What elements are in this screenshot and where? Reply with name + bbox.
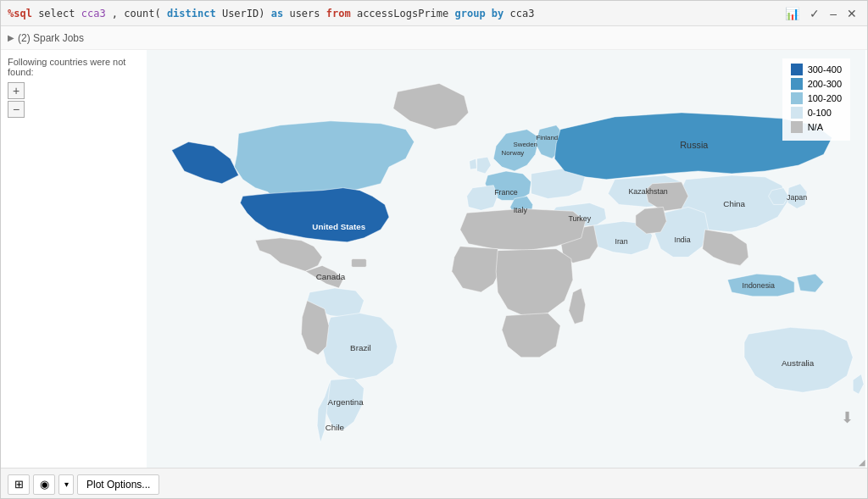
legend-label-100-200: 100-200 — [808, 93, 842, 103]
spark-jobs-toggle[interactable]: ▶ — [8, 33, 14, 42]
legend-label-300-400: 300-400 — [808, 64, 842, 75]
turkey-label: Turkey — [568, 214, 591, 223]
left-panel: Following countries were not found: + − — [1, 50, 145, 468]
sweden-label: Sweden — [513, 141, 537, 148]
italy-label: Italy — [514, 206, 528, 214]
norway-label: Norway — [502, 149, 525, 157]
kazakhstan-label: Kazakhstan — [628, 187, 667, 196]
keyword-distinct: distinct — [167, 8, 216, 19]
table-view-button[interactable]: ⊞ — [8, 474, 30, 495]
legend-item-300-400: 300-400 — [791, 64, 842, 75]
chart-icon[interactable]: 📊 — [782, 5, 803, 22]
bottom-toolbar: ⊞ ◉ ▾ Plot Options... — [1, 468, 867, 499]
legend-item-na: N/A — [791, 121, 842, 133]
globe-view-button[interactable]: ◉ — [33, 474, 55, 495]
world-map-svg: Canada United States Brazil Argentina Ch… — [145, 50, 867, 468]
spark-jobs-bar: ▶ (2) Spark Jobs — [1, 26, 867, 50]
zoom-in-button[interactable]: + — [8, 82, 25, 99]
legend-label-0-100: 0-100 — [808, 108, 832, 118]
minimize-icon[interactable]: – — [826, 5, 840, 22]
plot-options-button[interactable]: Plot Options... — [77, 474, 159, 495]
iran-label: Iran — [615, 237, 627, 246]
close-icon[interactable]: ✕ — [843, 5, 860, 22]
toolbar-icons: 📊 ✓ – ✕ — [782, 5, 860, 22]
resize-handle[interactable]: ◢ — [859, 457, 867, 466]
china-label: China — [723, 199, 745, 208]
canada-label: Canada — [316, 272, 346, 281]
caribbean — [352, 259, 367, 268]
legend-label-na: N/A — [808, 122, 823, 132]
indonesia-label: Indonesia — [743, 281, 775, 290]
check-icon[interactable]: ✓ — [806, 5, 823, 22]
chile-label: Chile — [326, 423, 345, 432]
keyword-from: from — [326, 8, 351, 19]
legend-item-0-100: 0-100 — [791, 107, 842, 119]
australia-label: Australia — [782, 358, 815, 368]
argentina-label: Argentina — [328, 397, 364, 407]
legend-color-0-100 — [791, 107, 803, 119]
finland-label: Finland — [536, 134, 558, 141]
japan-label: Japan — [787, 193, 807, 202]
code-line: %sql select cca3 , count( distinct UserI… — [8, 8, 534, 19]
col-cca3: cca3 — [81, 8, 106, 19]
keyword-as: as — [271, 8, 283, 19]
india-label: India — [674, 236, 690, 244]
brazil-label: Brazil — [350, 343, 371, 352]
view-arrow-button[interactable]: ▾ — [58, 474, 74, 495]
legend-item-200-300: 200-300 — [791, 78, 842, 90]
keyword-group: group by — [455, 8, 504, 19]
us-label: United States — [312, 222, 365, 231]
zoom-out-button[interactable]: − — [8, 101, 25, 118]
legend-label-200-300: 200-300 — [808, 79, 842, 89]
russia-label: Russia — [680, 140, 709, 150]
keyword-sql: %sql — [8, 8, 32, 19]
legend-color-300-400 — [791, 64, 803, 75]
spark-jobs-label: (2) Spark Jobs — [18, 32, 84, 44]
not-found-text: Following countries were not found: — [8, 57, 138, 77]
main-content: Following countries were not found: + − — [1, 50, 867, 468]
legend-color-200-300 — [791, 78, 803, 90]
map-area: Canada United States Brazil Argentina Ch… — [145, 50, 867, 468]
legend-color-na — [791, 121, 803, 133]
france-label: France — [494, 188, 518, 197]
legend-color-100-200 — [791, 92, 803, 104]
legend: 300-400 200-300 100-200 0-100 N/A — [782, 58, 850, 141]
legend-item-100-200: 100-200 — [791, 92, 842, 104]
toolbar: %sql select cca3 , count( distinct UserI… — [1, 1, 867, 26]
download-icon[interactable]: ⬇ — [841, 408, 854, 427]
